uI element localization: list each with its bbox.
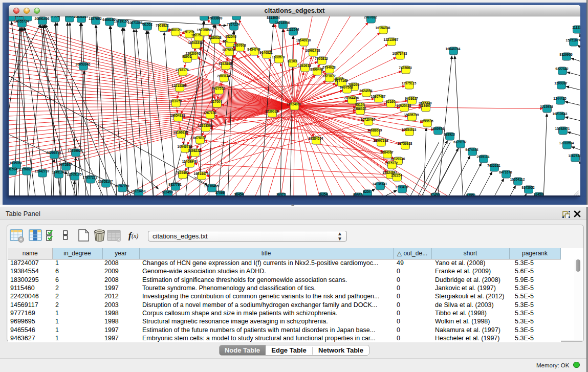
svg-text:2087682: 2087682 <box>364 16 377 19</box>
svg-text:317004: 317004 <box>211 100 222 103</box>
svg-text:16210643: 16210643 <box>553 112 568 116</box>
svg-text:3624554: 3624554 <box>359 89 373 93</box>
svg-text:1132544: 1132544 <box>287 28 299 31</box>
svg-text:7357224: 7357224 <box>227 23 240 26</box>
svg-text:3267130: 3267130 <box>203 111 216 115</box>
svg-text:8678332: 8678332 <box>193 136 206 140</box>
svg-text:391594: 391594 <box>9 167 17 171</box>
svg-text:1640954: 1640954 <box>431 127 444 130</box>
svg-text:1010755: 1010755 <box>169 99 182 103</box>
svg-text:1167533: 1167533 <box>569 154 580 158</box>
svg-text:16961758: 16961758 <box>306 49 320 52</box>
svg-text:938923: 938923 <box>444 133 455 136</box>
svg-text:18907299: 18907299 <box>374 139 388 142</box>
svg-text:16033809: 16033809 <box>208 16 223 20</box>
svg-text:95154: 95154 <box>355 103 364 106</box>
svg-text:1615132: 1615132 <box>385 161 398 165</box>
svg-text:10025438: 10025438 <box>397 104 411 107</box>
svg-text:12505135: 12505135 <box>67 172 82 176</box>
svg-text:10973493: 10973493 <box>393 52 407 55</box>
svg-text:2867608: 2867608 <box>233 43 246 47</box>
svg-text:12213369: 12213369 <box>172 84 187 87</box>
svg-text:11409948: 11409948 <box>182 160 197 163</box>
svg-text:15716465: 15716465 <box>204 184 219 188</box>
svg-text:11923468: 11923468 <box>131 189 146 193</box>
svg-text:10719155: 10719155 <box>114 19 129 23</box>
svg-text:8699: 8699 <box>24 16 31 17</box>
svg-text:98901: 98901 <box>182 55 191 58</box>
svg-text:9699695: 9699695 <box>420 119 433 123</box>
svg-text:12353594: 12353594 <box>198 124 213 127</box>
svg-text:252254: 252254 <box>391 173 402 177</box>
svg-text:15720407: 15720407 <box>361 118 376 121</box>
svg-text:8186328: 8186328 <box>208 36 222 39</box>
svg-text:2718176: 2718176 <box>176 68 189 72</box>
svg-text:15226058: 15226058 <box>197 28 212 32</box>
svg-text:19218506: 19218506 <box>275 21 290 25</box>
svg-text:10671355: 10671355 <box>128 21 143 25</box>
svg-text:9605: 9605 <box>66 16 73 18</box>
svg-text:10653267: 10653267 <box>74 16 89 18</box>
svg-text:751552: 751552 <box>141 23 153 26</box>
svg-text:16782759: 16782759 <box>115 184 129 188</box>
svg-text:12942737: 12942737 <box>35 169 50 173</box>
svg-text:6794028: 6794028 <box>322 65 336 69</box>
svg-text:6254: 6254 <box>363 190 371 193</box>
svg-text:3875685: 3875685 <box>222 48 235 52</box>
svg-text:2803144: 2803144 <box>217 74 230 78</box>
svg-text:8960123: 8960123 <box>168 28 182 32</box>
svg-text:19384554: 19384554 <box>309 137 323 140</box>
svg-text:3215953: 3215953 <box>540 105 553 108</box>
svg-text:(x): (x) <box>132 232 138 239</box>
svg-text:3498222: 3498222 <box>188 149 201 152</box>
svg-text:8990448: 8990448 <box>310 68 323 71</box>
svg-text:62160: 62160 <box>386 100 395 103</box>
svg-text:6497568: 6497568 <box>340 85 353 89</box>
svg-text:9463627: 9463627 <box>405 97 418 100</box>
svg-text:7955812: 7955812 <box>315 57 328 60</box>
svg-text:9857791: 9857791 <box>168 183 182 186</box>
svg-text:9329906: 9329906 <box>559 53 573 56</box>
svg-text:16543342: 16543342 <box>188 41 203 45</box>
svg-text:8813054: 8813054 <box>267 16 280 19</box>
svg-text:2530023: 2530023 <box>265 110 278 113</box>
svg-text:952546: 952546 <box>225 35 236 38</box>
svg-text:9777169: 9777169 <box>335 79 348 82</box>
svg-text:17359924: 17359924 <box>68 149 83 152</box>
svg-text:18724007: 18724007 <box>287 102 301 106</box>
svg-text:19756928: 19756928 <box>398 142 412 145</box>
svg-text:6379197: 6379197 <box>453 140 467 144</box>
svg-text:19654923: 19654923 <box>402 128 417 132</box>
svg-text:18640910: 18640910 <box>296 38 311 42</box>
svg-text:87066: 87066 <box>215 191 225 194</box>
svg-text:7386322: 7386322 <box>353 107 366 111</box>
svg-text:20206576: 20206576 <box>47 151 61 155</box>
svg-text:10654112: 10654112 <box>510 178 525 181</box>
svg-text:16337: 16337 <box>9 16 15 17</box>
svg-text:1209387: 1209387 <box>554 81 568 85</box>
svg-text:10046736: 10046736 <box>178 145 192 148</box>
svg-text:1244415: 1244415 <box>553 97 567 100</box>
svg-text:9242848: 9242848 <box>219 62 232 65</box>
svg-text:82203: 82203 <box>288 59 297 63</box>
svg-text:7625402: 7625402 <box>176 171 189 174</box>
svg-text:16648784: 16648784 <box>446 47 461 51</box>
svg-text:1527602: 1527602 <box>89 17 102 20</box>
svg-text:12213967: 12213967 <box>384 38 399 41</box>
svg-text:10120746: 10120746 <box>390 157 405 161</box>
svg-text:9227342: 9227342 <box>555 67 569 71</box>
svg-text:1835061: 1835061 <box>9 161 23 165</box>
svg-text:1588520: 1588520 <box>272 55 285 59</box>
svg-text:9245052: 9245052 <box>521 186 535 189</box>
svg-text:10958107: 10958107 <box>98 180 113 183</box>
svg-text:14055724: 14055724 <box>14 19 29 23</box>
svg-text:982450: 982450 <box>162 190 173 194</box>
svg-text:9146821: 9146821 <box>259 51 273 54</box>
svg-text:20364456: 20364456 <box>344 96 359 100</box>
svg-text:15495759: 15495759 <box>404 113 419 117</box>
svg-text:20691406: 20691406 <box>35 17 50 20</box>
svg-text:17554: 17554 <box>50 16 59 18</box>
svg-text:20133: 20133 <box>15 16 24 17</box>
svg-text:16914479: 16914479 <box>194 172 209 176</box>
svg-text:11123: 11123 <box>572 26 580 29</box>
